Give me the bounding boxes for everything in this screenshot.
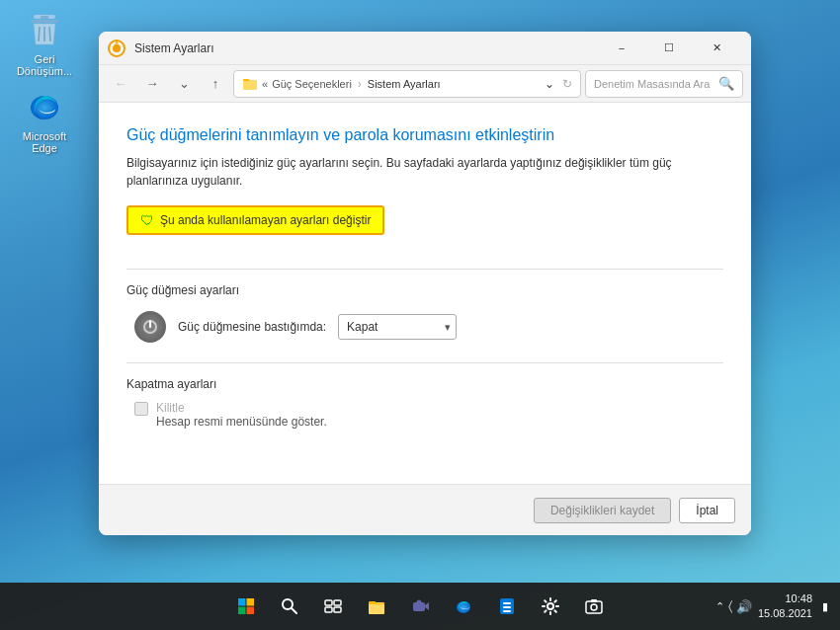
- title-bar: Sistem Ayarları − ☐ ✕: [99, 32, 751, 65]
- store-icon: [498, 597, 516, 615]
- svg-point-31: [547, 603, 553, 609]
- section2-title: Kapatma ayarları: [126, 377, 723, 391]
- clock-date: 15.08.2021: [758, 606, 812, 621]
- taskbar-camera-button[interactable]: [574, 587, 614, 626]
- svg-rect-1: [31, 20, 58, 23]
- taskbar-store-button[interactable]: [487, 587, 527, 626]
- content-area: Güç düğmelerini tanımlayın ve parola kor…: [99, 103, 751, 484]
- kilitle-sublabel: Hesap resmi menüsünde göster.: [156, 415, 327, 429]
- taskbar-teams-button[interactable]: [400, 587, 440, 626]
- edge-label: Microsoft Edge: [23, 130, 67, 154]
- taskbar-settings-button[interactable]: [531, 587, 570, 626]
- svg-line-17: [292, 608, 296, 613]
- power-icon: [134, 311, 166, 343]
- svg-point-25: [417, 600, 422, 605]
- svg-rect-19: [334, 600, 341, 605]
- taskbar-search-button[interactable]: [270, 587, 309, 626]
- taskbar-explorer-button[interactable]: [357, 587, 396, 626]
- kilitle-row: Kilitle Hesap resmi menüsünde göster.: [134, 401, 723, 429]
- window-icon: [107, 39, 126, 58]
- divider-1: [126, 269, 723, 270]
- address-dropdown-icon[interactable]: ⌄: [545, 77, 554, 91]
- desktop-icons: Geri Dönüşüm...: [10, 10, 79, 154]
- highlight-button-label: Şu anda kullanılamayan ayarları değiştir: [160, 213, 371, 227]
- taskbar-system-tray: ⌃ 〈 🔊: [715, 598, 752, 614]
- svg-rect-12: [238, 598, 246, 606]
- desktop-icon-edge[interactable]: Microsoft Edge: [10, 87, 79, 154]
- cancel-button[interactable]: İptal: [679, 498, 735, 523]
- svg-line-2: [39, 27, 40, 41]
- recent-button[interactable]: ⌄: [170, 70, 198, 98]
- svg-line-4: [49, 27, 50, 41]
- camera-icon: [585, 597, 603, 615]
- search-icon: 🔍: [718, 76, 734, 91]
- svg-rect-29: [503, 606, 511, 608]
- network-icon[interactable]: 〈: [728, 598, 732, 614]
- recycle-bin-icon: [25, 10, 64, 49]
- kilitle-label: Kilitle: [156, 401, 327, 415]
- taskbar-clock[interactable]: 10:48 15.08.2021: [758, 591, 812, 622]
- svg-rect-20: [325, 607, 332, 612]
- svg-point-7: [113, 44, 121, 52]
- kilitle-label-group: Kilitle Hesap resmi menüsünde göster.: [156, 401, 327, 429]
- svg-rect-30: [503, 610, 511, 612]
- teams-icon: [411, 597, 429, 615]
- edge-icon: [25, 87, 64, 126]
- page-description: Bilgisayarınız için istediğiniz güç ayar…: [126, 154, 723, 190]
- save-changes-button[interactable]: Değişiklikleri kaydet: [534, 498, 671, 523]
- taskbar-center-icons: [226, 587, 614, 626]
- chevron-up-icon[interactable]: ⌃: [715, 600, 724, 613]
- power-symbol-icon: [141, 318, 159, 336]
- svg-marker-24: [425, 602, 429, 610]
- address-breadcrumb1: «: [262, 78, 268, 90]
- footer: Değişiklikleri kaydet İptal: [99, 484, 751, 535]
- svg-rect-9: [243, 80, 257, 90]
- svg-rect-32: [586, 601, 602, 613]
- unavailable-settings-button[interactable]: 🛡 Şu anda kullanılamayan ayarları değişt…: [126, 205, 384, 235]
- taskbar-edge-icon: [455, 597, 472, 615]
- svg-rect-13: [247, 598, 255, 606]
- search-box[interactable]: Denetim Masasında Ara 🔍: [585, 70, 743, 98]
- taskbar-edge-button[interactable]: [444, 587, 483, 626]
- speaker-icon[interactable]: 🔊: [736, 599, 752, 614]
- start-button[interactable]: [226, 587, 266, 626]
- desktop: Geri Dönüşüm...: [0, 0, 840, 630]
- address-breadcrumb2: Güç Seçenekleri: [272, 78, 352, 90]
- window-controls: − ☐ ✕: [599, 33, 739, 64]
- power-option-select[interactable]: Kapat: [338, 314, 457, 340]
- power-button-label: Güç düğmesine bastığımda:: [178, 320, 326, 334]
- system-settings-window: Sistem Ayarları − ☐ ✕ ← → ⌄ ↑ « Güç Seçe…: [99, 32, 751, 535]
- settings-icon: [542, 597, 559, 615]
- svg-rect-28: [503, 602, 511, 604]
- section1-title: Güç düğmesi ayarları: [126, 283, 723, 297]
- forward-button[interactable]: →: [138, 70, 166, 98]
- up-button[interactable]: ↑: [202, 70, 229, 98]
- folder-icon: [242, 76, 258, 92]
- svg-rect-21: [334, 607, 341, 612]
- power-option-dropdown[interactable]: Kapat: [338, 314, 457, 340]
- close-button[interactable]: ✕: [694, 33, 739, 64]
- svg-rect-14: [238, 607, 246, 615]
- divider-2: [126, 362, 723, 363]
- address-separator: ›: [358, 77, 362, 91]
- navigation-bar: ← → ⌄ ↑ « Güç Seçenekleri › Sistem Ayarl…: [99, 65, 751, 103]
- address-breadcrumb3: Sistem Ayarları: [368, 78, 441, 90]
- search-placeholder: Denetim Masasında Ara: [594, 78, 714, 90]
- svg-rect-18: [325, 600, 332, 605]
- maximize-button[interactable]: ☐: [646, 33, 692, 64]
- show-desktop-button[interactable]: ▮: [818, 600, 832, 613]
- recycle-bin-label: Geri Dönüşüm...: [17, 53, 72, 77]
- windows-logo-icon: [237, 597, 255, 615]
- taskbar-taskview-button[interactable]: [313, 587, 353, 626]
- back-button[interactable]: ←: [107, 70, 134, 98]
- svg-rect-34: [591, 599, 597, 602]
- shutdown-section: Kapatma ayarları Kilitle Hesap resmi men…: [126, 377, 723, 429]
- svg-point-33: [591, 604, 597, 610]
- shield-icon: 🛡: [140, 212, 154, 228]
- taskbar-right: ⌃ 〈 🔊 10:48 15.08.2021 ▮: [715, 591, 832, 622]
- address-bar[interactable]: « Güç Seçenekleri › Sistem Ayarları ⌄ ↻: [233, 70, 581, 98]
- minimize-button[interactable]: −: [599, 33, 644, 64]
- desktop-icon-recycle-bin[interactable]: Geri Dönüşüm...: [10, 10, 79, 77]
- address-refresh-icon[interactable]: ↻: [562, 77, 572, 91]
- kilitle-checkbox[interactable]: [134, 402, 148, 416]
